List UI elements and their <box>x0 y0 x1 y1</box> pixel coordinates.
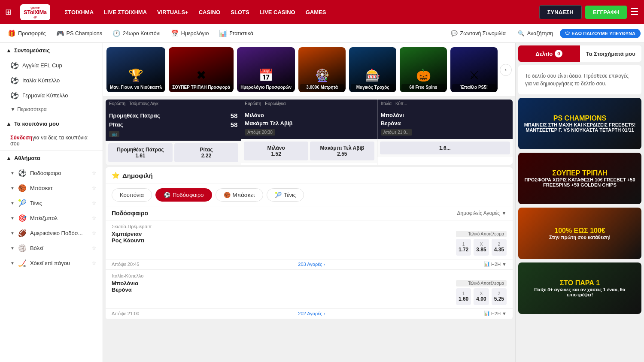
mpasket-tab-label: Μπάσκετ <box>233 192 255 198</box>
h2h-btn-0[interactable]: 📊 H2H ▼ <box>484 261 507 267</box>
promo-card-souper[interactable]: ✖ ΣΟΥΠΕΡ ΤΡΙΠΛΗ Προσφορά <box>169 47 234 92</box>
promo-card-icon-battles: ⚔ <box>469 68 480 82</box>
sec-nav-item-kouponoi24[interactable]: 🕐24ωρο Κουπόνι <box>108 26 165 41</box>
grid-icon[interactable]: ⊞ <box>5 7 12 17</box>
tenis-icon: 🎾 <box>18 199 27 207</box>
odd-1-0[interactable]: 1 1.60 <box>456 288 471 305</box>
sidebar-sport-podosfairo[interactable]: ▼⚽Ποδόσφαιρο☆ <box>0 166 103 181</box>
deltaio-tab[interactable]: Δελτίο 0 <box>518 45 580 62</box>
eggrafi-button[interactable]: ΕΓΓΡΑΦΗ <box>585 6 627 19</box>
popular-agores-dropdown[interactable]: Δημοφιλείς Αγορές ▼ <box>457 210 507 216</box>
sidebar-shortcut-englia[interactable]: ⚽Αγγλία EFL Cup <box>0 58 103 73</box>
sidebar-shortcut-italia[interactable]: ⚽Ιταλία Κύπελλο <box>0 73 103 88</box>
match-odds-0: 1 1.72 Χ 3.85 2 4.35 <box>456 239 507 256</box>
odd1-btn-match3[interactable]: 1.6... <box>380 142 510 154</box>
odd-0-0[interactable]: 1 1.72 <box>456 239 471 256</box>
sec-nav-item-statistika[interactable]: 📊Στατιστικά <box>215 26 258 41</box>
nav-link-virtuals[interactable]: VIRTUALS+ <box>153 6 193 19</box>
sidebar-sport-mpasket[interactable]: ▼🏀Μπάσκετ☆ <box>0 181 103 196</box>
promo-banner-souper[interactable]: ΣΟΥΠΕΡ ΤΡΙΠΛΗ ΠΡΟΣΦΟΡΑ ΧΩΡΙΣ ΚΑΤΑΘΕΣΗ 10… <box>518 153 641 204</box>
hamburger-icon[interactable]: ☰ <box>630 6 639 18</box>
odd-val-0-1: 3.85 <box>476 247 486 253</box>
agores-link-0[interactable]: 203 Αγορές › <box>298 262 325 267</box>
odd2-btn-match2[interactable]: Μακάμπι Τελ Αβίβ 2.55 <box>310 142 374 160</box>
odd-label-1-2: 2 <box>494 291 504 296</box>
pop-tab-podosfairo[interactable]: ⚽Ποδόσφαιρο <box>155 188 212 202</box>
nav-link-casino[interactable]: CASINO <box>194 6 225 19</box>
kouponia-header[interactable]: ▲ Τα κουπόνια μου <box>0 116 103 131</box>
nav-link-games[interactable]: GAMES <box>301 6 331 19</box>
kouponia-label: Τα κουπόνια μου <box>14 121 59 127</box>
sidebar-syndesisi-text: Σύνδεσηγια να δεις τα κουπόνια σου <box>0 131 103 150</box>
promo-banner-100ews[interactable]: 100% ΕΩΣ 100€ Στην πρώτη σου κατάθεση! <box>518 208 641 259</box>
mpasket-star-icon[interactable]: ☆ <box>91 185 97 191</box>
tenis-star-icon[interactable]: ☆ <box>91 200 97 206</box>
carousel-next-button[interactable]: › <box>500 64 512 76</box>
sec-nav-item-psChampions[interactable]: 🎮PS Champions <box>52 26 106 41</box>
pop-tab-kouponia[interactable]: Κουπόνια <box>112 188 152 202</box>
sidebar-sport-amerikaniko[interactable]: ▼🏈Αμερικάνικο Ποδόσ...☆ <box>0 226 103 241</box>
match-teams-0: Χιμπέρνιαν Ρος Κάουντι <box>112 231 144 244</box>
agores-link-1[interactable]: 202 Αγορές › <box>298 311 325 316</box>
odd-0-2[interactable]: 2 4.35 <box>492 239 507 256</box>
logo[interactable]: game SToiXiMa .gr <box>20 4 50 20</box>
promo-banner-stopara[interactable]: ΣΤΟ ΠΑΡΑ 1 Παίξε 4+ αγώνες και αν χάσεις… <box>518 262 641 314</box>
nav-link-live[interactable]: LIVE ΣΤΟΙΧΗΜΑ <box>100 6 151 19</box>
sec-nav-item-hmerologio[interactable]: 📅Ημερολόγιο <box>167 26 213 41</box>
odd-val-1-2: 5.25 <box>494 296 504 302</box>
pop-tab-mpasket[interactable]: 🏀Μπάσκετ <box>216 188 264 202</box>
odd-1-1[interactable]: Χ 4.00 <box>474 288 489 305</box>
amerikaniko-star-icon[interactable]: ☆ <box>91 230 97 236</box>
promo-card-magic[interactable]: 🎰 Μαγικός Τροχός <box>349 47 396 92</box>
sidebar-sport-volei[interactable]: ▼🏐Βόλεϊ☆ <box>0 241 103 256</box>
odd2-btn-match1[interactable]: Ρίτας 2.22 <box>174 143 239 162</box>
podosfairo-star-icon[interactable]: ☆ <box>91 170 97 176</box>
syntomeuseis-header[interactable]: ▲ Συντομεύσεις <box>0 43 103 58</box>
promo-card-wheel[interactable]: 🎡 3.000€ Μετρητά <box>298 47 346 92</box>
promo-card-freespins[interactable]: 🎃 60 Free Spins <box>400 47 447 92</box>
xokei-star-icon[interactable]: ☆ <box>91 260 97 266</box>
englia-icon: ⚽ <box>10 61 19 69</box>
mpizimpol-star-icon[interactable]: ☆ <box>91 215 97 221</box>
promo-card-calendar[interactable]: 📅 Ημερολόγιο Προσφορών <box>237 47 295 92</box>
nav-link-livecasino[interactable]: LIVE CASINO <box>255 6 300 19</box>
video-icon-match1[interactable]: 📺 <box>109 131 119 137</box>
sidebar-sport-tenis[interactable]: ▼🎾Τένις☆ <box>0 196 103 211</box>
odd-1-2[interactable]: 2 5.25 <box>492 288 507 305</box>
nav-right: ΣΥΝΔΕΣΗ ΕΓΓΡΑΦΗ ☰ <box>539 5 639 19</box>
italia-icon: ⚽ <box>10 76 19 84</box>
promo-card-battles[interactable]: ⚔ Έπαθλο PS5! <box>450 47 498 92</box>
zontani-synomilia[interactable]: 💬 Ζωντανή Συνομιλία <box>446 27 511 39</box>
zontani-label: Ζωντανή Συνομιλία <box>460 30 506 36</box>
match-league-1: Ιταλία-Κύπελλο <box>112 273 507 278</box>
odd-0-1[interactable]: Χ 3.85 <box>474 239 489 256</box>
sec-nav-item-prosfores[interactable]: 🎁Προσφορές <box>3 26 50 41</box>
promo-banner-psChampions[interactable]: PS CHAMPIONS ΜΠΑΙΝΕΙΣ ΣΤΗ ΜΑΧΗ ΚΑΙ ΚΕΡΔΙ… <box>518 98 641 149</box>
nav-link-slots[interactable]: SLOTS <box>226 6 253 19</box>
promo-card-psChampions[interactable]: 🏆 Μαν. Γιουν. vs Νιούκαστλ <box>106 47 165 92</box>
prosfores-icon: 🎁 <box>8 30 16 37</box>
anazitisi[interactable]: 🔍 Αναζήτηση <box>513 27 558 39</box>
match-time-match2: Απόψε 20:30 <box>245 129 275 136</box>
sidebar-sport-mpizimpol[interactable]: ▼🎯Μπέιζμπολ☆ <box>0 211 103 226</box>
nav-link-stoixima[interactable]: ΣΤΟΙΧΗΜΑ <box>61 6 98 19</box>
pop-tab-tenis[interactable]: 🎾Τένις <box>267 188 304 202</box>
match-footer-1: Απόψε 21:00 202 Αγορές › 📊 H2H ▼ <box>106 309 513 319</box>
syndesisi-link[interactable]: Σύνδεση <box>10 135 32 141</box>
promo-card-label-freespins: 60 Free Spins <box>401 84 445 90</box>
syndesisi-button[interactable]: ΣΥΝΔΕΣΗ <box>539 5 582 19</box>
odd1-btn-match2[interactable]: Μιλάνο 1.52 <box>244 142 308 160</box>
team1-match1: Προμηθέας Πάτρας 58 <box>109 111 237 120</box>
banner-text-100ews: Στην πρώτη σου κατάθεση! <box>549 235 611 240</box>
athlimata-header[interactable]: ▲ Αθλήματα <box>0 150 103 166</box>
volei-star-icon[interactable]: ☆ <box>91 245 97 251</box>
chevron-down-mpizimpol-icon: ▼ <box>10 216 15 220</box>
sidebar-more[interactable]: ▼ Περισσότερα <box>0 103 103 116</box>
odd1-btn-match1[interactable]: Προμηθέας Πάτρας 1.61 <box>108 143 173 162</box>
popular-title: Δημοφιλή <box>122 172 153 179</box>
stoximata-mou-tab[interactable]: Τα Στοιχήματά μου <box>580 45 642 62</box>
sidebar-shortcut-germania[interactable]: ⚽Γερμανία Κύπελλο <box>0 88 103 103</box>
h2h-btn-1[interactable]: 📊 H2H ▼ <box>484 311 507 316</box>
edw-paizoumai-button[interactable]: 🛡 ΕΔΩ ΠΑΙΖΟΥΜΕ ΥΠΕΥΘΥΝΑ <box>560 29 641 38</box>
sidebar-sport-xokei[interactable]: ▼🏒Χόκεϊ επί πάγου☆ <box>0 256 103 271</box>
